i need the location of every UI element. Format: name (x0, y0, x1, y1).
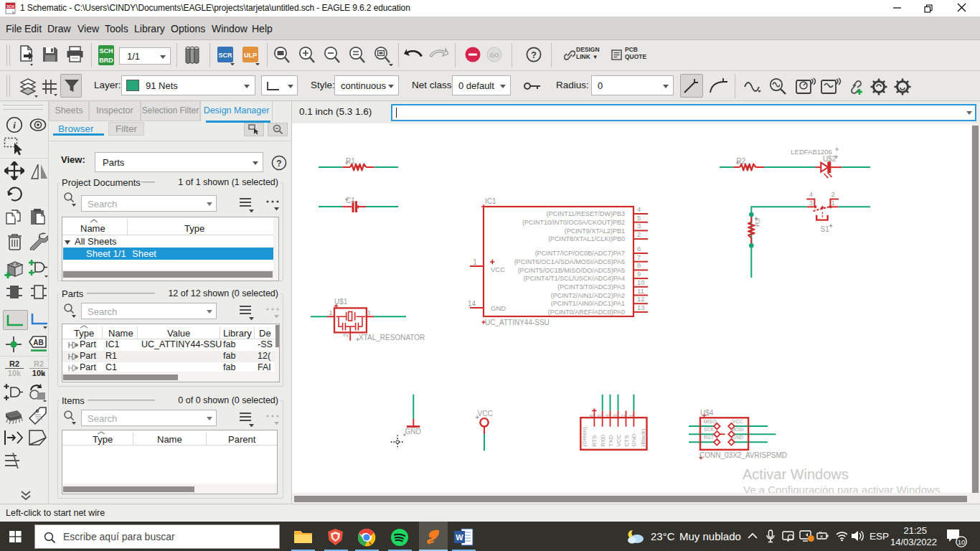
svg-text:MISO: MISO (704, 419, 717, 424)
svg-text:CTS: CTS (623, 435, 630, 447)
svg-text:(PCINT8/XTAL1/CLKI)PB0: (PCINT8/XTAL1/CLKI)PB0 (548, 235, 625, 242)
svg-text:(PCINT3/T0/ADC3)PA3: (PCINT3/T0/ADC3)PA3 (557, 283, 625, 291)
svg-text:6: 6 (589, 414, 594, 417)
svg-text:9: 9 (637, 270, 641, 278)
svg-text:2: 2 (341, 334, 349, 337)
svg-text:✕: ✕ (819, 534, 823, 539)
svg-text:RTS: RTS (591, 435, 598, 447)
svg-text:RXD: RXD (600, 434, 606, 446)
svg-text:(PCINT10/INT0/OC0A/CKOUT)PB2: (PCINT10/INT0/OC0A/CKOUT)PB2 (522, 219, 625, 226)
svg-text:2: 2 (637, 230, 641, 238)
svg-text:4: 4 (637, 205, 641, 213)
svg-text:GND: GND (732, 435, 744, 440)
svg-text:3: 3 (637, 222, 641, 230)
svg-text:W: W (456, 533, 463, 542)
svg-text:8: 8 (637, 261, 641, 269)
svg-text:11: 11 (637, 287, 644, 295)
svg-text:SCR: SCR (218, 52, 232, 59)
svg-text:U$2: U$2 (823, 155, 837, 163)
svg-text:1: 1 (831, 199, 835, 207)
svg-text:SCK: SCK (704, 427, 715, 432)
svg-text:(PCINT5/OC1B/MISO/DO/ADC5)PA5: (PCINT5/OC1B/MISO/DO/ADC5)PA5 (518, 267, 625, 274)
svg-text:BRD: BRD (99, 57, 113, 64)
svg-text:RST: RST (704, 435, 715, 440)
svg-text:(PCINT0/AREF/ADC0)PA0: (PCINT0/AREF/ADC0)PA0 (548, 309, 625, 316)
svg-text:5: 5 (637, 214, 641, 222)
svg-text:14: 14 (468, 300, 476, 308)
svg-text:R3: R3 (753, 218, 761, 227)
svg-text:SCH: SCH (99, 47, 113, 55)
svg-text:1: 1 (329, 309, 332, 316)
svg-text:UC_ATTINY44-SSU: UC_ATTINY44-SSU (485, 319, 550, 326)
svg-text:(PCINT4/T1/SCL/USCK/ADC4)PA4: (PCINT4/T1/SCL/USCK/ADC4)PA4 (524, 275, 625, 282)
svg-text:VCC: VCC (732, 419, 743, 424)
svg-text:10: 10 (637, 278, 645, 286)
svg-text:VCC: VCC (616, 434, 622, 446)
svg-text:GND: GND (491, 304, 506, 312)
svg-text:(PCINT1/AIN0/ADC1)PA1: (PCINT1/AIN0/ADC1)PA1 (551, 300, 625, 307)
svg-text:3: 3 (613, 414, 618, 417)
svg-text:GND: GND (631, 434, 637, 447)
svg-text:?: ? (531, 50, 537, 60)
svg-text:(Green): (Green) (581, 427, 588, 447)
svg-text:2: 2 (621, 414, 626, 417)
svg-text:XTAL_RESONATOR: XTAL_RESONATOR (359, 334, 425, 342)
svg-text:10: 10 (958, 538, 966, 546)
svg-text:VCC: VCC (478, 410, 493, 418)
svg-text:GO: GO (489, 52, 499, 59)
svg-text:7: 7 (637, 253, 641, 261)
svg-text:AB: AB (33, 339, 43, 347)
svg-text:TXD: TXD (608, 435, 614, 446)
svg-text:?: ? (276, 159, 281, 169)
svg-text:S1: S1 (821, 225, 830, 233)
svg-text:U$4: U$4 (700, 409, 714, 417)
svg-text:(PCINT2/AIN1/ADC2)PA2: (PCINT2/AIN1/ADC2)PA2 (551, 292, 625, 299)
svg-text:12: 12 (637, 295, 645, 303)
svg-text:VCC: VCC (491, 265, 505, 273)
svg-text:GND: GND (405, 428, 421, 435)
svg-text:4: 4 (809, 190, 813, 198)
svg-text:1: 1 (473, 258, 477, 266)
svg-text:CONN_03X2_AVRISPSMD: CONN_03X2_AVRISPSMD (699, 451, 787, 459)
svg-text:IC1: IC1 (485, 197, 496, 205)
svg-text:(PCINT7/ICP/OC0B/ADC7)PA7: (PCINT7/ICP/OC0B/ADC7)PA7 (535, 250, 625, 257)
svg-text:5: 5 (597, 414, 602, 417)
svg-text:(PCINT9/XTAL2)PB1: (PCINT9/XTAL2)PB1 (565, 227, 625, 235)
svg-text:2: 2 (831, 190, 835, 198)
svg-text:SCH: SCH (6, 4, 14, 9)
svg-text:ULP: ULP (244, 52, 257, 59)
svg-text:3: 3 (809, 199, 813, 207)
svg-text:(PCINT11/RESET/DW)PB3: (PCINT11/RESET/DW)PB3 (547, 210, 625, 217)
svg-text:13: 13 (637, 303, 645, 311)
svg-text:6: 6 (637, 245, 641, 253)
svg-text:1: 1 (628, 414, 633, 417)
svg-text:(PCINT6/OC1A/SDA/MOSI/ADC6)PA6: (PCINT6/OC1A/SDA/MOSI/ADC6)PA6 (514, 258, 625, 265)
svg-text:4: 4 (605, 414, 610, 417)
svg-text:MOSI: MOSI (731, 427, 744, 432)
svg-text:(Black): (Black) (640, 428, 646, 446)
svg-text:U$1: U$1 (334, 298, 348, 306)
svg-text:i: i (13, 120, 16, 131)
svg-text:3: 3 (367, 309, 370, 316)
